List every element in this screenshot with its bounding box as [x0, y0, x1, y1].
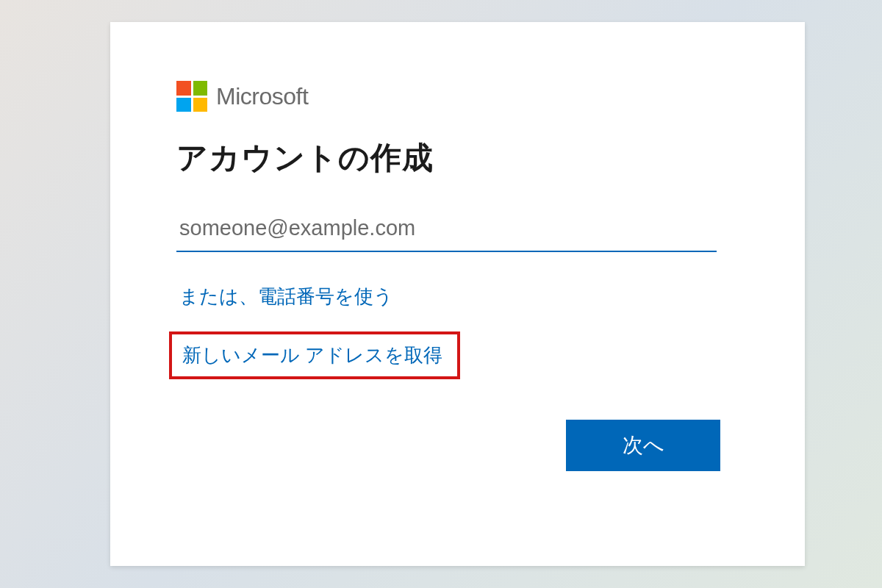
get-new-email-link[interactable]: 新しいメール アドレスを取得 — [182, 342, 442, 368]
brand-name: Microsoft — [216, 83, 308, 110]
page-title: アカウントの作成 — [176, 137, 739, 179]
use-phone-link[interactable]: または、電話番号を使う — [179, 283, 393, 309]
signup-card: Microsoft アカウントの作成 または、電話番号を使う 新しいメール アド… — [110, 22, 805, 566]
brand-row: Microsoft — [176, 81, 739, 112]
button-row: 次へ — [176, 420, 739, 471]
highlight-annotation: 新しいメール アドレスを取得 — [169, 331, 460, 379]
email-input[interactable] — [176, 212, 717, 252]
microsoft-logo-icon — [176, 81, 207, 112]
next-button[interactable]: 次へ — [566, 420, 720, 471]
